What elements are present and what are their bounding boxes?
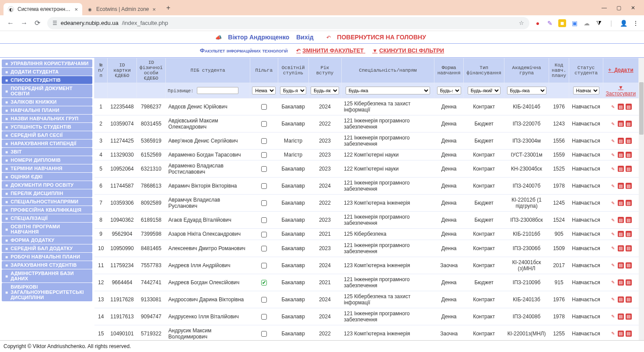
ext-icon[interactable]: ▣ [570, 19, 578, 27]
sidebar-item[interactable]: ■ОЦІНКИ ЄДКІ [2, 173, 92, 181]
ext-icon[interactable]: ■ [558, 19, 566, 27]
sidebar-item[interactable]: ■СПЕЦІАЛІЗАЦІЇ [2, 214, 92, 222]
sidebar-item[interactable]: ■ФОРМА ДОДАТКУ [2, 236, 92, 244]
benefit-checkbox[interactable] [261, 152, 267, 158]
benefit-checkbox[interactable] [261, 104, 267, 110]
ext-icon[interactable]: ✎ [546, 19, 554, 27]
back-icon[interactable]: ← [4, 17, 17, 28]
reload-icon[interactable]: ⟳ [32, 17, 43, 28]
sidebar-item[interactable]: ■ДОДАТИ СТУДЕНТА [2, 68, 92, 76]
benefit-checkbox[interactable] [261, 280, 267, 286]
return-home-link[interactable]: ПОВЕРНУТИСЯ НА ГОЛОВНУ [337, 34, 426, 41]
card-icon[interactable]: ▤ [626, 217, 632, 223]
benefit-checkbox[interactable] [261, 297, 267, 303]
benefit-checkbox[interactable] [261, 200, 267, 206]
card-icon[interactable]: ▤ [626, 200, 632, 206]
form-select[interactable]: Будь-яка [437, 87, 461, 94]
edit-icon[interactable]: ✎ [610, 245, 616, 251]
sidebar-item[interactable]: ■ТЕРМІНИ НАВЧАННЯ [2, 164, 92, 172]
sidebar-item[interactable]: ■НАВЧАЛЬНІ ПЛАНИ [2, 106, 92, 114]
status-select[interactable]: Навчається [573, 87, 599, 94]
card-icon[interactable]: ▤ [618, 104, 624, 110]
edit-icon[interactable]: ✎ [610, 138, 616, 144]
benefit-checkbox[interactable] [261, 183, 267, 189]
edit-icon[interactable]: ✎ [610, 166, 616, 172]
logout-link[interactable]: Вихід [296, 34, 313, 41]
card-icon[interactable]: ▤ [626, 314, 632, 320]
sidebar-item[interactable]: ■ПЕРЕЛІК ДИСЦИПЛІН [2, 189, 92, 197]
change-faculty-link[interactable]: ↶ЗМІНИТИ ФАКУЛЬТЕТ [296, 47, 365, 54]
edit-icon[interactable]: ✎ [610, 121, 616, 127]
card-icon[interactable]: ▤ [618, 296, 624, 303]
browser-tab-active[interactable]: ◐ Система електронного декан… × [4, 3, 82, 15]
card-icon[interactable]: ▤ [618, 152, 624, 158]
sidebar-item[interactable]: ■ЗВІТ [2, 148, 92, 156]
card-icon[interactable]: ▤ [618, 183, 624, 189]
card-icon[interactable]: ▤ [618, 138, 624, 144]
benefit-checkbox[interactable] [261, 331, 267, 337]
forward-icon[interactable]: → [18, 17, 30, 28]
edit-icon[interactable]: ✎ [610, 231, 616, 237]
card-icon[interactable]: ▤ [618, 231, 624, 237]
sidebar-item[interactable]: ■АДМІНІСТРУВАННЯ БАЗИ ДАНИХ [2, 269, 92, 282]
edit-icon[interactable]: ✎ [610, 279, 616, 286]
close-window-icon[interactable]: ✕ [629, 3, 637, 13]
benefit-checkbox[interactable] [261, 166, 267, 172]
sidebar-item[interactable]: ■ПРОФЕСІЙНА КВАЛІФІКАЦІЯ [2, 206, 92, 214]
url-input[interactable]: ☰ edeanery.nubip.edu.ua/index_faculte.ph… [47, 17, 529, 29]
add-student-link[interactable]: + Додати [608, 67, 634, 73]
card-icon[interactable]: ▤ [618, 200, 624, 206]
spec-select[interactable]: Будь-яка [346, 87, 430, 94]
apply-filter-link[interactable]: ▼ Застосувати [606, 84, 636, 97]
edit-icon[interactable]: ✎ [610, 217, 616, 223]
card-icon[interactable]: ▤ [626, 138, 632, 144]
sidebar-item[interactable]: ■ДОКУМЕНТИ ПРО ОСВІТУ [2, 181, 92, 189]
benefit-checkbox[interactable] [261, 217, 267, 223]
sidebar-item[interactable]: ■УПРАВЛІННЯ КОРИСТУВАЧАМИ [2, 59, 92, 67]
card-icon[interactable]: ▤ [618, 217, 624, 223]
card-icon[interactable]: ▤ [626, 121, 632, 127]
edit-icon[interactable]: ✎ [610, 296, 616, 303]
card-icon[interactable]: ▤ [626, 104, 632, 110]
sidebar-item[interactable]: ■УСПІШНІСТЬ СТУДЕНТІВ [2, 123, 92, 131]
bookmark-icon[interactable]: ☆ [519, 20, 524, 26]
card-icon[interactable]: ▤ [618, 166, 624, 172]
year-select[interactable]: Будь-як [311, 87, 339, 94]
card-icon[interactable]: ▤ [626, 231, 632, 237]
scrollbar[interactable] [639, 58, 644, 340]
browser-tab-inactive[interactable]: ◉ Ecotwins | Admin zone × [82, 3, 160, 15]
card-icon[interactable]: ▤ [626, 279, 632, 286]
benefit-checkbox[interactable] [261, 314, 267, 320]
new-tab-button[interactable]: + [163, 2, 174, 14]
edit-icon[interactable]: ✎ [610, 183, 616, 189]
group-select[interactable]: Будь-яка [507, 87, 546, 94]
sidebar-item[interactable]: ■ОСВІТНІ ПРОГРАМИ НАВЧАННЯ [2, 223, 92, 236]
benefit-select[interactable]: Нема [252, 87, 276, 94]
edit-icon[interactable]: ✎ [610, 200, 616, 206]
benefit-checkbox[interactable] [261, 121, 267, 127]
finance-select[interactable]: Будь-який [468, 87, 500, 94]
card-icon[interactable]: ▤ [626, 262, 632, 268]
card-icon[interactable]: ▤ [618, 331, 624, 337]
user-link[interactable]: Віктор Андрющенко [228, 34, 289, 41]
extensions-icon[interactable]: ⧩ [595, 19, 603, 27]
sidebar-item[interactable]: ■ЗАРАХУВАННЯ СТУДЕНТІВ [2, 261, 92, 269]
card-icon[interactable]: ▤ [618, 262, 624, 268]
scrollbar-thumb[interactable] [639, 82, 644, 135]
sidebar-item[interactable]: ■ПОПЕРЕДНІЙ ДОКУМЕНТ ОСВІТИ [2, 84, 92, 98]
ext-icon[interactable]: ● [534, 19, 542, 27]
card-icon[interactable]: ▤ [618, 314, 624, 320]
sidebar-item[interactable]: ■НАЗВИ НАВЧАЛЬНИХ ГРУП [2, 115, 92, 122]
card-icon[interactable]: ▤ [618, 279, 624, 286]
reset-filters-link[interactable]: ▼СКИНУТИ ВСІ ФІЛЬТРИ [372, 47, 444, 54]
close-icon[interactable]: × [74, 6, 78, 13]
maximize-icon[interactable]: ▢ [615, 3, 623, 13]
sidebar-item[interactable]: ■ВИБІРКОВІ ЗАГАЛЬНОУНІВЕРСИТЕТСЬКІ ДИСЦИ… [2, 283, 92, 301]
edit-icon[interactable]: ✎ [610, 104, 616, 110]
degree-select[interactable]: Будь-я [280, 87, 306, 94]
sidebar-item[interactable]: ■СЕРЕДНІЙ БАЛ СЕСІЇ [2, 131, 92, 139]
edit-icon[interactable]: ✎ [610, 262, 616, 268]
menu-icon[interactable]: ⋮ [632, 19, 640, 27]
sidebar-item[interactable]: ■ЗАЛІКОВІ КНИЖКИ [2, 98, 92, 106]
minimize-icon[interactable]: ― [600, 3, 609, 13]
